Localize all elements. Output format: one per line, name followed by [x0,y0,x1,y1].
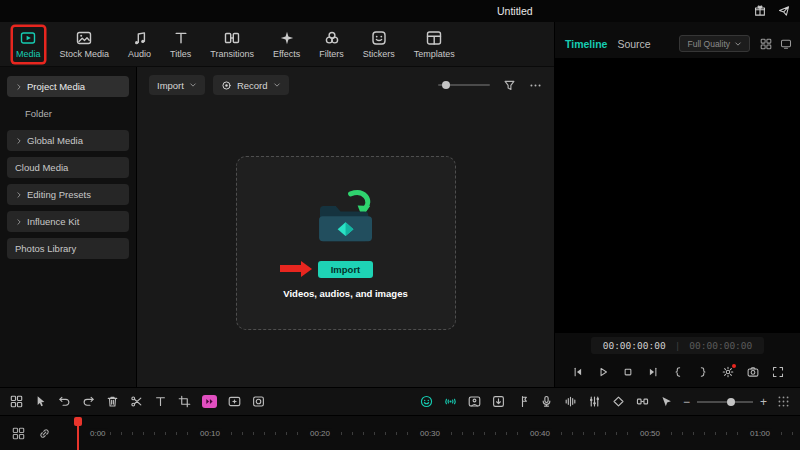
tab-titles[interactable]: Titles [167,27,194,62]
tab-timeline[interactable]: Timeline [565,38,607,50]
import-dropdown[interactable]: Import [149,75,205,95]
sidebar-item-cloud-media[interactable]: Cloud Media [7,157,129,178]
import-dropzone[interactable]: Import Videos, audios, and images [236,156,456,330]
more-options-icon[interactable] [529,79,542,92]
stock-media-icon [76,30,92,46]
text-tool-icon[interactable] [154,395,167,408]
export-frame-icon[interactable] [492,395,505,408]
preview-header-icons [760,38,792,50]
video-editor-app: Untitled MediaStock MediaAudioTitlesTran… [0,0,800,450]
tab-templates[interactable]: Templates [411,27,458,62]
trash-icon[interactable] [106,395,119,408]
settings-icon[interactable] [722,366,734,378]
gift-icon[interactable] [754,5,766,17]
record-icon [221,80,232,91]
apps-grid-icon[interactable] [12,427,25,440]
apps-grid-icon[interactable] [760,38,772,50]
sidebar-item-global-media[interactable]: Global Media [7,130,129,151]
speed-badge-icon[interactable] [202,395,217,408]
media-panel: Import Record [137,67,554,387]
ai-clip-icon[interactable] [228,395,241,408]
chevron-down-icon [273,81,281,89]
playhead[interactable] [77,417,79,450]
arrow-shaft [280,265,301,272]
editing-toolbar: − + [0,387,800,415]
sidebar-item-project-media[interactable]: Project Media [7,76,129,97]
send-icon[interactable] [778,5,790,17]
mic-icon[interactable] [540,395,553,408]
transitions-icon [224,30,240,46]
sidebar-item-photos-library[interactable]: Photos Library [7,238,129,259]
link-icon[interactable] [38,427,51,440]
thumbnail-size-slider[interactable] [438,79,490,91]
sidebar-item-influence-kit[interactable]: Influence Kit [7,211,129,232]
filter-funnel-icon[interactable] [503,79,516,92]
mask-icon[interactable] [252,395,265,408]
green-screen-icon[interactable] [468,395,481,408]
main-area: MediaStock MediaAudioTitlesTransitionsEf… [0,22,800,387]
prev-frame-icon[interactable] [572,366,584,378]
toolbar-right-group [420,395,673,408]
toolbar-left-group [10,395,265,408]
next-frame-icon[interactable] [647,366,659,378]
marker-icon[interactable] [516,395,529,408]
tab-stickers[interactable]: Stickers [360,27,398,62]
zoom-out-button[interactable]: − [683,396,690,408]
redo-icon[interactable] [82,395,95,408]
zoom-in-button[interactable]: + [760,396,767,408]
import-button[interactable]: Import [318,261,374,278]
transport-controls [555,357,800,387]
tab-label: Titles [170,49,191,59]
play-icon[interactable] [597,366,609,378]
slider-track [697,401,753,403]
voice-icon[interactable] [564,395,577,408]
ripple-icon[interactable] [636,395,649,408]
sidebar-list: Project MediaFolderGlobal MediaCloud Med… [0,67,137,387]
stop-icon[interactable] [622,366,634,378]
slider-thumb[interactable] [727,398,735,406]
media-panel-header-right [438,79,542,92]
quality-dropdown[interactable]: Full Quality [679,35,750,52]
tab-filters[interactable]: Filters [316,27,347,62]
crop-icon[interactable] [178,395,191,408]
ai-portrait-icon[interactable] [420,395,433,408]
playhead-head[interactable] [74,417,82,426]
fullscreen-icon[interactable] [772,366,784,378]
stickers-icon [371,30,387,46]
preview-header: Timeline Source Full Quality [555,22,800,58]
filters-icon [324,30,340,46]
sidebar-item-editing-presets[interactable]: Editing Presets [7,184,129,205]
tab-effects[interactable]: Effects [270,27,303,62]
record-dropdown[interactable]: Record [213,75,289,95]
mixer-icon[interactable] [588,395,601,408]
timeline-area: 0:0000:1000:2000:3000:4000:5001:00 [0,415,800,450]
tab-media[interactable]: Media [13,27,44,62]
tab-source[interactable]: Source [617,38,650,50]
quality-dropdown-label: Full Quality [687,39,730,49]
sidebar-item-label: Editing Presets [27,189,91,200]
undo-icon[interactable] [58,395,71,408]
mark-in-icon[interactable] [672,366,684,378]
track-manager-icon[interactable] [777,395,790,408]
tab-transitions[interactable]: Transitions [207,27,257,62]
keyframe-icon[interactable] [612,395,625,408]
audio-icon [132,30,148,46]
tab-audio[interactable]: Audio [125,27,154,62]
sidebar-item-folder[interactable]: Folder [7,103,129,124]
slider-thumb[interactable] [442,81,450,89]
select-tool-icon[interactable] [34,395,47,408]
expand-chevron-icon [15,83,23,91]
scissors-icon[interactable] [130,395,143,408]
mark-out-icon[interactable] [697,366,709,378]
pointer-export-icon[interactable] [660,395,673,408]
tab-stock-media[interactable]: Stock Media [57,27,113,62]
display-icon[interactable] [780,38,792,50]
timeline-zoom-slider[interactable] [697,396,753,408]
audio-sync-icon[interactable] [444,395,457,408]
tab-label: Transitions [210,49,254,59]
snapshot-icon[interactable] [747,366,759,378]
apps-grid-icon[interactable] [10,395,23,408]
import-folder-icon [307,187,385,249]
record-dropdown-label: Record [237,80,268,91]
timeline-ruler[interactable]: 0:0000:1000:2000:3000:4000:5001:00 [86,416,800,450]
